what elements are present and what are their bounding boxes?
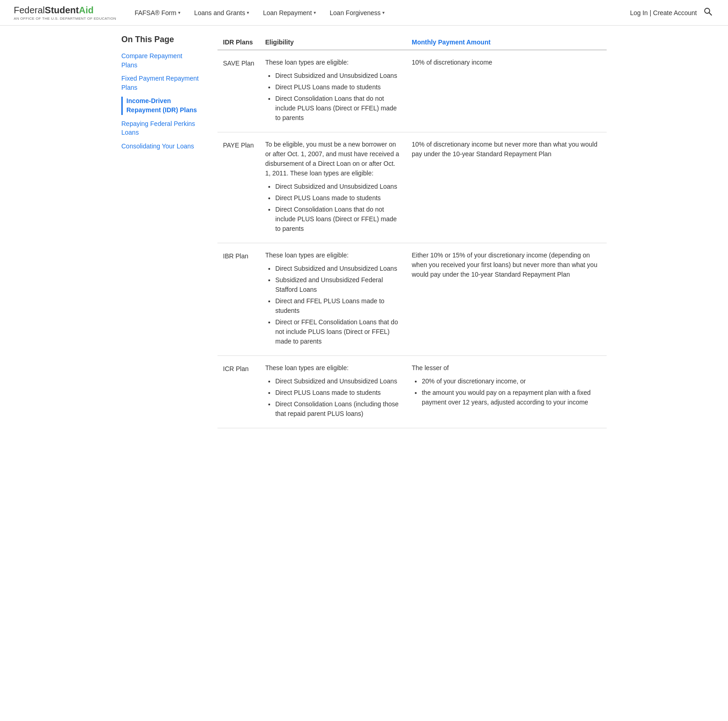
main-nav: FAFSA® Form ▾ Loans and Grants ▾ Loan Re…: [135, 9, 630, 16]
sidebar-title: On This Page: [121, 35, 199, 44]
list-item: Direct Consolidation Loans that do not i…: [275, 205, 401, 234]
list-item: Direct Subsidized and Unsubsidized Loans: [275, 264, 401, 273]
sidebar-item-idr[interactable]: Income-Driven Repayment (IDR) Plans: [121, 97, 199, 115]
eligibility-list: Direct Subsidized and Unsubsidized Loans…: [265, 264, 401, 346]
nav-loan-repayment[interactable]: Loan Repayment ▾: [263, 9, 316, 16]
list-item: Direct PLUS Loans made to students: [275, 193, 401, 203]
eligibility-list: Direct Subsidized and Unsubsidized Loans…: [265, 377, 401, 419]
plan-name: IBR Plan: [217, 243, 260, 356]
sidebar-nav: Compare Repayment Plans Fixed Payment Re…: [121, 52, 199, 151]
list-item: Direct Subsidized and Unsubsidized Loans: [275, 182, 401, 191]
plan-eligibility: These loan types are eligible:Direct Sub…: [260, 243, 406, 356]
list-item: Direct and FFEL PLUS Loans made to stude…: [275, 296, 401, 316]
eligibility-intro: To be eligible, you must be a new borrow…: [265, 140, 401, 178]
search-button[interactable]: [701, 5, 714, 20]
logo-aid: Aid: [79, 5, 93, 15]
table-row: IBR PlanThese loan types are eligible:Di…: [217, 243, 607, 356]
payment-text: 10% of discretionary income but never mo…: [412, 140, 601, 159]
logo-subtitle: AN OFFICE OF THE U.S. DEPARTMENT OF EDUC…: [14, 16, 116, 21]
plan-name: PAYE Plan: [217, 132, 260, 243]
create-account-link[interactable]: Create Account: [653, 9, 697, 16]
plan-name: SAVE Plan: [217, 50, 260, 132]
chevron-down-icon: ▾: [314, 10, 316, 15]
sidebar-item-consolidating[interactable]: Consolidating Your Loans: [121, 142, 199, 151]
plan-payment: 10% of discretionary income but never mo…: [406, 132, 607, 243]
logo[interactable]: FederalStudentAid AN OFFICE OF THE U.S. …: [14, 5, 116, 21]
eligibility-list: Direct Subsidized and Unsubsidized Loans…: [265, 71, 401, 123]
plan-payment: The lesser of20% of your discretionary i…: [406, 356, 607, 428]
logo-student: Student: [45, 5, 79, 15]
table-row: SAVE PlanThese loan types are eligible:D…: [217, 50, 607, 132]
eligibility-intro: These loan types are eligible:: [265, 363, 401, 373]
eligibility-intro: These loan types are eligible:: [265, 58, 401, 67]
sidebar-item-fixed[interactable]: Fixed Payment Repayment Plans: [121, 74, 199, 92]
auth-links: Log In | Create Account: [630, 9, 697, 16]
nav-fafsa[interactable]: FAFSA® Form ▾: [135, 9, 180, 16]
list-item: Direct PLUS Loans made to students: [275, 388, 401, 398]
list-item: the amount you would pay on a repayment …: [422, 388, 601, 407]
chevron-down-icon: ▾: [247, 10, 249, 15]
sidebar-item-compare[interactable]: Compare Repayment Plans: [121, 52, 199, 70]
plan-name: ICR Plan: [217, 356, 260, 428]
payment-text: The lesser of: [412, 363, 601, 373]
table-row: PAYE PlanTo be eligible, you must be a n…: [217, 132, 607, 243]
sidebar-item-perkins[interactable]: Repaying Federal Perkins Loans: [121, 120, 199, 137]
col-header-payment: Monthly Payment Amount: [406, 35, 607, 50]
payment-text: 10% of discretionary income: [412, 58, 601, 67]
chevron-down-icon: ▾: [382, 10, 385, 15]
list-item: Direct Subsidized and Unsubsidized Loans: [275, 71, 401, 81]
eligibility-list: Direct Subsidized and Unsubsidized Loans…: [265, 182, 401, 234]
svg-line-1: [709, 13, 712, 16]
list-item: Direct Consolidation Loans (including th…: [275, 399, 401, 419]
nav-loan-forgiveness[interactable]: Loan Forgiveness ▾: [330, 9, 385, 16]
payment-list: 20% of your discretionary income, orthe …: [412, 377, 601, 407]
list-item: Direct or FFEL Consolidation Loans that …: [275, 317, 401, 346]
plan-eligibility: To be eligible, you must be a new borrow…: [260, 132, 406, 243]
site-header: FederalStudentAid AN OFFICE OF THE U.S. …: [0, 0, 728, 26]
list-item: Direct PLUS Loans made to students: [275, 82, 401, 92]
idr-table: IDR Plans Eligibility Monthly Payment Am…: [217, 35, 607, 428]
nav-loans-grants[interactable]: Loans and Grants ▾: [194, 9, 249, 16]
list-item: Subsidized and Unsubsidized Federal Staf…: [275, 275, 401, 295]
table-row: ICR PlanThese loan types are eligible:Di…: [217, 356, 607, 428]
plan-eligibility: These loan types are eligible:Direct Sub…: [260, 50, 406, 132]
payment-text: Either 10% or 15% of your discretionary …: [412, 251, 601, 279]
sidebar: On This Page Compare Repayment Plans Fix…: [121, 35, 208, 428]
chevron-down-icon: ▾: [178, 10, 180, 15]
plan-eligibility: These loan types are eligible:Direct Sub…: [260, 356, 406, 428]
list-item: Direct Consolidation Loans that do not i…: [275, 94, 401, 123]
main-content: IDR Plans Eligibility Monthly Payment Am…: [208, 35, 607, 428]
list-item: 20% of your discretionary income, or: [422, 377, 601, 386]
search-icon: [703, 9, 712, 18]
login-link[interactable]: Log In: [630, 9, 648, 16]
col-header-plan: IDR Plans: [217, 35, 260, 50]
page-container: On This Page Compare Repayment Plans Fix…: [112, 26, 616, 437]
plan-payment: 10% of discretionary income: [406, 50, 607, 132]
header-right: Log In | Create Account: [630, 5, 714, 20]
eligibility-intro: These loan types are eligible:: [265, 251, 401, 260]
plan-payment: Either 10% or 15% of your discretionary …: [406, 243, 607, 356]
list-item: Direct Subsidized and Unsubsidized Loans: [275, 377, 401, 386]
col-header-eligibility: Eligibility: [260, 35, 406, 50]
logo-federal: Federal: [14, 5, 45, 15]
